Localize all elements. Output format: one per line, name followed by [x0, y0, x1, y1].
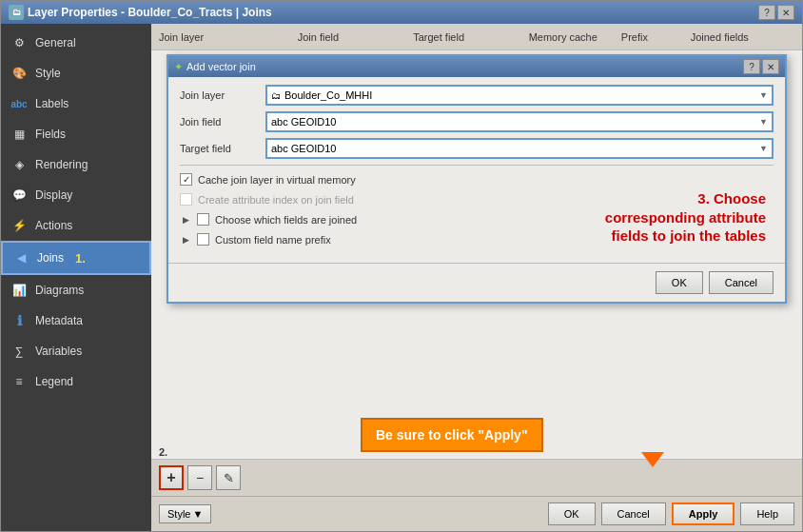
- sidebar-item-diagrams[interactable]: 📊 Diagrams: [1, 275, 151, 305]
- rendering-icon: ◈: [10, 156, 28, 173]
- display-icon: 💬: [10, 187, 28, 204]
- sidebar-label-fields: Fields: [35, 128, 66, 141]
- sidebar-item-display[interactable]: 💬 Display: [1, 180, 151, 210]
- sidebar-item-general[interactable]: ⚙ General: [1, 28, 151, 58]
- dialog-footer: OK Cancel: [168, 263, 785, 302]
- choose-fields-label: Choose which fields are joined: [215, 214, 357, 226]
- remove-join-button[interactable]: −: [187, 465, 212, 490]
- content-area: ⚙ General 🎨 Style abc Labels ▦ Fields ◈ …: [1, 24, 802, 531]
- dialog-close-button[interactable]: ✕: [762, 59, 779, 74]
- fields-icon: ▦: [10, 126, 28, 143]
- sidebar-item-legend[interactable]: ≡ Legend: [1, 366, 151, 397]
- prefix-checkbox[interactable]: [197, 233, 209, 246]
- index-label: Create attribute index on join field: [198, 194, 354, 206]
- prefix-label: Custom field name prefix: [215, 234, 331, 246]
- sidebar-label-metadata: Metadata: [35, 314, 83, 327]
- join-layer-select[interactable]: 🗂 Boulder_Co_MHHI ▼: [265, 85, 774, 106]
- titlebar-controls: ? ✕: [758, 5, 794, 20]
- callout-box: Be sure to click "Apply": [361, 418, 543, 452]
- actions-icon: ⚡: [10, 217, 28, 234]
- style-label: Style: [167, 508, 190, 520]
- col-target-field: Target field: [413, 31, 528, 43]
- join-layer-row: Join layer 🗂 Boulder_Co_MHHI ▼: [180, 85, 774, 106]
- target-field-label: Target field: [180, 143, 265, 154]
- sidebar-label-style: Style: [35, 67, 61, 80]
- sidebar-label-labels: Labels: [35, 97, 69, 110]
- window-title: Layer Properties - Boulder_Co_Tracts | J…: [28, 6, 272, 19]
- edit-icon: ✎: [224, 471, 234, 485]
- style-icon: 🎨: [10, 65, 28, 82]
- sidebar-item-labels[interactable]: abc Labels: [1, 89, 151, 119]
- join-field-label: Join field: [180, 116, 265, 128]
- joins-annotation: 1.: [75, 251, 86, 266]
- dialog-title-left: ✦ Add vector join: [174, 61, 256, 73]
- cancel-button[interactable]: Cancel: [601, 502, 666, 525]
- main-panel: Join layer Join field Target field Memor…: [151, 24, 802, 531]
- sidebar-item-style[interactable]: 🎨 Style: [1, 58, 151, 89]
- metadata-icon: ℹ: [10, 312, 28, 329]
- sidebar-label-display: Display: [35, 188, 72, 202]
- general-icon: ⚙: [10, 34, 28, 51]
- dialog-controls: ? ✕: [743, 59, 779, 74]
- choose-fields-expand[interactable]: ▶: [180, 214, 191, 226]
- sidebar-label-rendering: Rendering: [35, 158, 88, 171]
- apply-button[interactable]: Apply: [672, 502, 735, 525]
- add-join-button[interactable]: +: [159, 465, 184, 490]
- dialog-help-button[interactable]: ?: [743, 59, 760, 74]
- join-field-row: Join field abc GEOID10 ▼: [180, 111, 774, 132]
- close-button[interactable]: ✕: [777, 5, 794, 20]
- index-checkbox[interactable]: [180, 193, 192, 206]
- cache-label: Cache join layer in virtual memory: [198, 174, 356, 186]
- sidebar-item-joins[interactable]: ◀ Joins 1.: [1, 241, 151, 275]
- join-layer-label: Join layer: [180, 89, 265, 101]
- sidebar-item-metadata[interactable]: ℹ Metadata: [1, 305, 151, 336]
- joins-icon: ◀: [12, 249, 29, 266]
- table-header: Join layer Join field Target field Memor…: [151, 24, 802, 50]
- sidebar-item-variables[interactable]: ∑ Variables: [1, 336, 151, 366]
- add-icon: +: [166, 469, 175, 486]
- join-field-value: abc GEOID10: [271, 116, 759, 128]
- help-button[interactable]: ?: [758, 5, 775, 20]
- bottom-bar: 2. + − ✎: [151, 459, 802, 496]
- join-layer-value: Boulder_Co_MHHI: [281, 89, 759, 101]
- help-button[interactable]: Help: [740, 502, 794, 525]
- cache-checkbox[interactable]: [180, 173, 192, 186]
- sidebar-label-variables: Variables: [35, 345, 82, 358]
- divider: [180, 165, 774, 166]
- col-memory-cache: Memory cache: [529, 31, 621, 43]
- callout-arrow: [641, 452, 664, 467]
- sidebar-item-fields[interactable]: ▦ Fields: [1, 119, 151, 149]
- ok-button[interactable]: OK: [548, 502, 596, 525]
- sidebar-label-actions: Actions: [35, 219, 72, 232]
- prefix-expand[interactable]: ▶: [180, 234, 191, 246]
- dialog-title: Add vector join: [186, 61, 256, 72]
- join-field-arrow: ▼: [759, 117, 768, 127]
- app-icon: 🗂: [9, 5, 24, 20]
- variables-icon: ∑: [10, 343, 28, 360]
- annotation-text: 3. Choose corresponding attribute fields…: [604, 189, 766, 246]
- style-button[interactable]: Style ▼: [159, 504, 211, 523]
- col-prefix: Prefix: [621, 31, 691, 43]
- sidebar-label-diagrams: Diagrams: [35, 284, 84, 297]
- main-footer: Style ▼ OK Cancel Apply Help: [151, 496, 802, 531]
- legend-icon: ≡: [10, 373, 28, 390]
- diagrams-icon: 📊: [10, 282, 28, 299]
- sidebar-label-joins: Joins: [37, 251, 64, 265]
- sidebar-item-actions[interactable]: ⚡ Actions: [1, 210, 151, 241]
- col-joined-fields: Joined fields: [691, 31, 794, 43]
- bottom-label: 2.: [159, 446, 167, 458]
- dialog-cancel-button[interactable]: Cancel: [709, 271, 774, 294]
- sidebar-item-rendering[interactable]: ◈ Rendering: [1, 149, 151, 180]
- choose-fields-checkbox[interactable]: [197, 213, 209, 226]
- dialog-titlebar: ✦ Add vector join ? ✕: [168, 56, 785, 77]
- sidebar-label-general: General: [35, 36, 76, 49]
- titlebar: 🗂 Layer Properties - Boulder_Co_Tracts |…: [1, 1, 802, 24]
- col-join-field: Join field: [298, 31, 413, 43]
- join-field-select[interactable]: abc GEOID10 ▼: [265, 111, 774, 132]
- edit-join-button[interactable]: ✎: [216, 465, 241, 490]
- join-layer-arrow: ▼: [759, 90, 768, 100]
- sidebar-label-legend: Legend: [35, 375, 73, 388]
- dialog-ok-button[interactable]: OK: [656, 271, 703, 294]
- join-layer-icon: 🗂: [271, 90, 281, 101]
- target-field-select[interactable]: abc GEOID10 ▼: [265, 138, 774, 159]
